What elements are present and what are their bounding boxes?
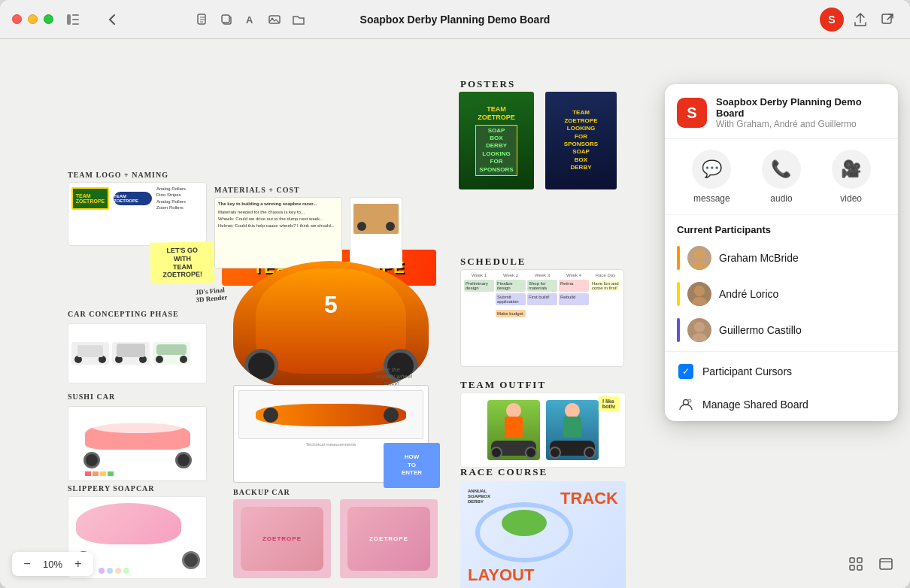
sushi-car-label: SUSHI CAR [68,393,115,401]
participant-graham-avatar [687,246,711,270]
svg-rect-6 [222,15,229,23]
doc-icon-button[interactable] [192,9,213,30]
zoom-toolbar: − 10% + [12,552,93,576]
checkbox-checked-icon: ✓ [678,364,693,379]
copy-icon-button[interactable] [216,9,237,30]
car-concepting-label: CAR CONCEPTING PHASE [68,310,179,318]
manage-board-icon [677,396,695,414]
team-outfit-area: I likeboth! [460,393,626,468]
participant-andre-name: André Lorico [719,288,778,300]
svg-rect-12 [857,558,862,562]
materials-doc: The key to building a winning soapbox ra… [214,197,342,268]
bottom-right-controls [844,552,898,576]
audio-button[interactable]: 📞 audio [762,150,801,204]
svg-rect-10 [882,14,891,23]
fullscreen-view-button[interactable] [874,552,898,576]
participant-andre[interactable]: André Lorico [665,276,898,312]
participant-guillermo-color [677,318,680,342]
jd-render-label: JD's Final3D Render [195,286,227,304]
folder-icon-button[interactable] [288,9,309,30]
backup-car-label: BACKUP CAR [233,488,290,496]
collab-logo-letter: S [687,105,696,122]
participant-guillermo-name: Guillermo Castillo [719,324,802,336]
participants-section-title: Current Participants [665,215,898,240]
participant-cursors-icon: ✓ [677,362,695,380]
svg-rect-1 [72,14,79,16]
collab-subtitle: With Graham, André and Guillermo [716,119,886,129]
lets-go-note: LET'S GOWITHTEAMZOETROPE! [150,241,215,283]
app-window: Soapbox Derby Planning Demo Board A S [0,0,910,588]
slippery-label: SLIPPERY SOAPCAR [68,484,155,493]
audio-label: audio [770,193,792,204]
svg-rect-0 [67,14,71,25]
audio-icon: 📞 [762,150,801,189]
collab-logo: S [677,98,707,128]
collab-popup: S Soapbox Derby Planning Demo Board With… [665,84,898,421]
sidebar-toggle-button[interactable] [62,9,83,30]
team-logo-label: TEAM LOGO + NAMING [68,171,168,179]
zoom-in-button[interactable]: + [69,555,87,573]
car-sketches [68,323,207,383]
message-button[interactable]: 💬 message [692,150,731,204]
back-button[interactable] [102,9,123,30]
participant-graham-color [677,246,680,270]
svg-rect-3 [72,23,79,25]
materials-label: MATERIALS + COST [214,186,300,194]
svg-rect-13 [850,565,854,570]
titlebar-right-controls: S [820,8,898,32]
participant-cursors-item[interactable]: ✓ Participant Cursors [665,355,898,388]
close-button[interactable] [12,14,22,24]
canvas-area[interactable]: POSTERS TEAMZOETROPE SOAPBOXDERBYLOOKING… [0,39,910,588]
poster-green-1: TEAMZOETROPE SOAPBOXDERBYLOOKINGFORSPONS… [459,92,534,189]
video-label: video [840,193,862,204]
fit-screen-button[interactable] [844,552,868,576]
collab-popup-header: S Soapbox Derby Planning Demo Board With… [665,84,898,139]
collab-actions: 💬 message 📞 audio 🎥 video [665,139,898,215]
schedule-grid: Week 1 Week 2 Week 3 Week 4 Race Day Pre… [460,269,624,367]
collab-board-name: Soapbox Derby Planning Demo Board [716,96,886,119]
minimize-button[interactable] [28,14,38,24]
user-avatar-button[interactable]: S [820,8,844,32]
text-icon-button[interactable]: A [240,9,261,30]
share-button[interactable] [850,9,871,30]
external-link-button[interactable] [877,9,898,30]
image-icon-button[interactable] [264,9,285,30]
svg-text:A: A [246,14,253,26]
svg-point-21 [694,322,705,332]
video-button[interactable]: 🎥 video [832,150,871,204]
message-icon: 💬 [692,150,731,189]
participant-graham[interactable]: Graham McBride [665,240,898,276]
backup-car-photo-2: ZOETROPE [340,499,438,578]
participant-andre-avatar [687,282,711,306]
svg-rect-11 [850,558,854,562]
posters-label: POSTERS [460,78,515,90]
backup-car-photo-1: ZOETROPE [233,499,331,578]
participant-graham-name: Graham McBride [719,252,799,264]
spicy-note: Case thewasabi wheel— spicy! [376,366,412,386]
window-title: Soapbox Derby Planning Demo Board [360,14,551,26]
schedule-label: SCHEDULE [460,256,526,268]
zoom-out-button[interactable]: − [18,555,36,573]
svg-rect-2 [72,19,79,20]
zoom-level: 10% [39,559,66,570]
participant-cursors-label: Participant Cursors [702,365,792,377]
track-layout: TRACK ANNUALSOAPBOXDERBY LAYOUT [460,481,626,588]
svg-point-20 [692,297,707,306]
traffic-lights [12,14,53,24]
divider-1 [665,351,898,352]
svg-rect-14 [857,565,862,570]
race-course-label: RACE COURSE [460,466,548,478]
manage-shared-board-item[interactable]: Manage Shared Board [665,388,898,421]
3d-render-sketch [350,197,402,268]
logo-sketches: TEAMZOETROPE TEAM ZOETROPE Analog Roller… [68,182,207,246]
fullscreen-button[interactable] [44,14,53,24]
how-to-enter-card: HOWTOENTER [384,443,440,488]
collab-header-text: Soapbox Derby Planning Demo Board With G… [716,96,886,129]
svg-point-22 [692,333,707,342]
team-outfit-label: TEAM OUTFIT [460,379,546,391]
participant-guillermo[interactable]: Guillermo Castillo [665,312,898,348]
manage-shared-board-label: Manage Shared Board [702,399,808,411]
video-icon: 🎥 [832,150,871,189]
svg-point-18 [692,261,707,270]
message-label: message [693,193,730,204]
